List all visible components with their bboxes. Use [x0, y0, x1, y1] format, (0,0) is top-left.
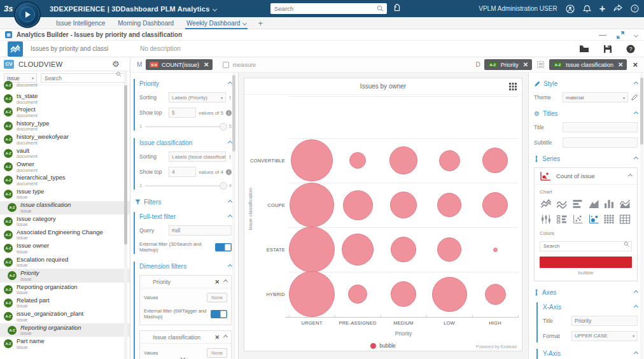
titles-header[interactable]: ⚙ Titles: [534, 110, 638, 117]
candlestick-chart-icon[interactable]: [540, 213, 552, 225]
dimension-filter-header[interactable]: Issue classification✕: [140, 331, 231, 344]
field-list-item[interactable]: A-ZPriorityissue: [0, 269, 130, 282]
share-icon[interactable]: [613, 4, 622, 13]
data-bubble[interactable]: [482, 148, 508, 173]
remove-chip-icon[interactable]: ✕: [618, 61, 623, 68]
values-none-button[interactable]: None: [207, 348, 227, 358]
smooth-line-chart-icon[interactable]: [556, 198, 568, 209]
tab-morning-dashboard[interactable]: Morning Dashboard: [111, 17, 180, 29]
data-bubble[interactable]: [348, 285, 367, 304]
field-list-item[interactable]: A-Zts_statedocument: [0, 92, 130, 105]
report-name-field[interactable]: Issues by priority and classi: [31, 45, 132, 52]
data-bubble[interactable]: [291, 139, 333, 181]
slider-knob[interactable]: [220, 123, 227, 130]
data-bubble[interactable]: [342, 234, 374, 265]
datasource-settings-gear-icon[interactable]: ⚙: [112, 59, 120, 69]
x-axis-title-input[interactable]: [571, 316, 638, 326]
rightpanel-scrollbar[interactable]: [640, 73, 643, 359]
data-bubble[interactable]: [290, 183, 334, 227]
field-list-item[interactable]: A-ZReporting organizationissue: [0, 323, 130, 337]
show-top-slider[interactable]: 14: [139, 183, 232, 188]
data-bubble[interactable]: [439, 150, 460, 171]
title-input[interactable]: [563, 122, 638, 132]
user-account-icon[interactable]: [566, 4, 575, 13]
data-bubble[interactable]: [493, 248, 498, 252]
remove-chip-icon[interactable]: ✕: [204, 61, 209, 68]
field-list-item[interactable]: A-ZOwnerdocument: [0, 160, 130, 173]
series-color-swatch[interactable]: [540, 257, 632, 268]
series-header[interactable]: Series: [534, 155, 638, 162]
open-folder-icon[interactable]: [579, 45, 589, 53]
field-list-item[interactable]: A-ZRelated partissue: [0, 296, 130, 309]
data-bubble[interactable]: [343, 190, 373, 220]
external-filter-toggle[interactable]: [215, 243, 232, 251]
external-filter-toggle[interactable]: [211, 310, 227, 318]
field-list-item[interactable]: A-Zhierarchical_typesdocument: [0, 174, 130, 187]
column-chart-icon[interactable]: [603, 198, 615, 209]
dimension-chip[interactable]: A-ZIssue classification✕: [549, 59, 627, 70]
series-card-header[interactable]: Count of issue: [535, 168, 637, 185]
area-spline-chart-icon[interactable]: [619, 198, 631, 209]
data-bubble[interactable]: [289, 271, 335, 317]
field-list-item[interactable]: A-ZProjectdocument: [0, 106, 130, 119]
widget-menu-chevron-icon[interactable]: [634, 29, 638, 41]
remove-chip-icon[interactable]: ✕: [523, 61, 528, 68]
dimension-section-header[interactable]: Issue classification: [139, 139, 232, 146]
global-search-input[interactable]: [270, 3, 387, 14]
data-bubble[interactable]: [432, 277, 467, 312]
field-list-item[interactable]: A-Zdocument: [0, 78, 130, 92]
heatmap-chart-icon[interactable]: [603, 213, 615, 225]
info-icon[interactable]: i: [226, 169, 232, 175]
notifications-bell-icon[interactable]: [583, 4, 591, 13]
pictorial-bar-chart-icon[interactable]: [556, 213, 568, 225]
close-builder-icon[interactable]: ×: [633, 60, 638, 69]
style-header[interactable]: Style: [534, 80, 638, 87]
field-list-item[interactable]: A-ZIssue classificationissue: [0, 201, 130, 215]
data-bubble[interactable]: [391, 281, 416, 307]
field-list-item[interactable]: A-ZIssue categoryissue: [0, 215, 130, 228]
remove-filter-icon[interactable]: ✕: [214, 279, 220, 285]
dimension-filter-header[interactable]: Priority✕: [140, 276, 231, 288]
dimension-chip[interactable]: A-ZPriority✕: [484, 59, 532, 70]
add-content-icon[interactable]: +: [599, 4, 605, 14]
field-list-item[interactable]: A-Zhistory_weekofyeardocument: [0, 133, 130, 146]
add-tab-button[interactable]: +: [253, 18, 268, 28]
data-bubble[interactable]: [289, 227, 335, 272]
x-axis-format-select[interactable]: UPPER CASE▾: [571, 331, 638, 341]
dimension-section-header[interactable]: Priority: [139, 80, 232, 87]
subtitle-input[interactable]: [563, 137, 638, 148]
bubble-plot[interactable]: Issue classification CONVERTIBLECOUPEEST…: [244, 95, 522, 318]
colors-search-icon[interactable]: [624, 241, 629, 247]
field-list-item[interactable]: A-Zvaultdocument: [0, 146, 130, 160]
y-axis-header[interactable]: Y-Axis: [543, 350, 638, 357]
data-bubble[interactable]: [437, 237, 461, 262]
expand-widget-icon[interactable]: [617, 31, 624, 39]
axes-header[interactable]: Axes: [534, 289, 638, 296]
filters-section-header[interactable]: Filters: [135, 199, 232, 206]
help-icon[interactable]: ?: [631, 4, 639, 13]
field-list-item[interactable]: A-ZEscalation requiredissue: [0, 255, 130, 269]
sort-direction-icon[interactable]: ↑: [228, 153, 232, 160]
sidebar-scrollbar[interactable]: [124, 71, 127, 359]
field-list-item[interactable]: A-ZIssue ownerissue: [0, 242, 130, 255]
swap-dimensions-icon[interactable]: [537, 61, 544, 68]
field-list-item[interactable]: A-ZIssue typeissue: [0, 187, 130, 201]
remove-filter-icon[interactable]: ✕: [214, 334, 220, 341]
measure-chip[interactable]: 0-9COUNT(issue)✕: [146, 59, 213, 70]
measure-drop-placeholder[interactable]: measure: [223, 61, 256, 68]
info-icon[interactable]: i: [226, 110, 232, 116]
sort-direction-icon[interactable]: ↑: [228, 94, 232, 101]
show-top-input[interactable]: [169, 167, 196, 177]
tab-weekly-dashboard[interactable]: Weekly Dashboard: [180, 17, 253, 29]
fields-search-icon[interactable]: [116, 71, 122, 77]
report-description-field[interactable]: No description: [140, 45, 181, 52]
field-list-item[interactable]: A-ZPart nameissue: [0, 337, 130, 350]
slider-knob[interactable]: [220, 182, 227, 190]
data-bubble[interactable]: [437, 193, 461, 217]
dimension-filters-header[interactable]: Dimension filters: [139, 263, 232, 270]
sorting-select[interactable]: Labels (Issue classification)▾: [169, 151, 226, 162]
user-name[interactable]: VPLM Administration USER: [479, 5, 557, 12]
search-icon[interactable]: [377, 5, 384, 12]
data-bubble[interactable]: [482, 192, 508, 218]
table-chart-icon[interactable]: [619, 213, 631, 225]
